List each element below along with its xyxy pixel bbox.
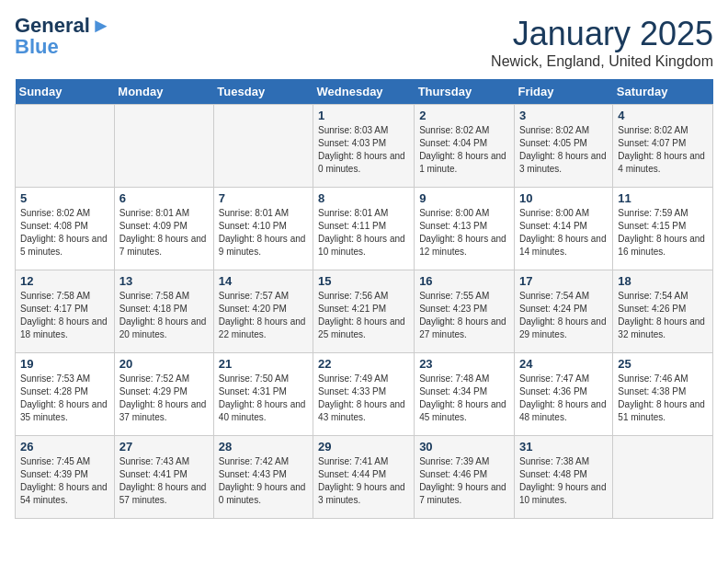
day-info: Sunrise: 7:59 AMSunset: 4:15 PMDaylight:… [618, 207, 708, 259]
calendar-day-cell: 26Sunrise: 7:45 AMSunset: 4:39 PMDayligh… [16, 436, 115, 519]
day-info: Sunrise: 7:55 AMSunset: 4:23 PMDaylight:… [419, 290, 509, 341]
day-number: 19 [20, 357, 109, 371]
logo-line2: Blue [15, 37, 59, 57]
page-header: General► Blue January 2025 Newick, Engla… [15, 15, 713, 70]
weekday-header: Tuesday [213, 79, 313, 105]
day-number: 11 [618, 191, 708, 205]
calendar-day-cell [114, 105, 213, 188]
day-info: Sunrise: 8:03 AMSunset: 4:03 PMDaylight:… [318, 124, 409, 176]
day-info: Sunrise: 7:39 AMSunset: 4:46 PMDaylight:… [419, 455, 509, 507]
day-info: Sunrise: 7:58 AMSunset: 4:18 PMDaylight:… [119, 290, 209, 341]
calendar-header: SundayMondayTuesdayWednesdayThursdayFrid… [16, 79, 713, 105]
day-info: Sunrise: 8:02 AMSunset: 4:07 PMDaylight:… [618, 124, 708, 176]
day-info: Sunrise: 8:00 AMSunset: 4:14 PMDaylight:… [519, 207, 608, 259]
day-number: 4 [618, 109, 708, 122]
calendar-day-cell [16, 105, 115, 188]
calendar-day-cell: 11Sunrise: 7:59 AMSunset: 4:15 PMDayligh… [613, 188, 713, 270]
calendar-day-cell: 28Sunrise: 7:42 AMSunset: 4:43 PMDayligh… [213, 436, 313, 519]
calendar-day-cell: 15Sunrise: 7:56 AMSunset: 4:21 PMDayligh… [313, 270, 415, 353]
day-number: 30 [419, 440, 509, 454]
day-info: Sunrise: 7:58 AMSunset: 4:17 PMDaylight:… [20, 290, 109, 341]
day-info: Sunrise: 7:38 AMSunset: 4:48 PMDaylight:… [519, 455, 608, 507]
day-info: Sunrise: 8:00 AMSunset: 4:13 PMDaylight:… [419, 207, 509, 259]
title-section: January 2025 Newick, England, United Kin… [491, 15, 713, 70]
weekday-row: SundayMondayTuesdayWednesdayThursdayFrid… [16, 79, 713, 105]
day-info: Sunrise: 8:01 AMSunset: 4:09 PMDaylight:… [119, 207, 209, 259]
calendar-day-cell: 18Sunrise: 7:54 AMSunset: 4:26 PMDayligh… [613, 270, 713, 353]
calendar-day-cell: 21Sunrise: 7:50 AMSunset: 4:31 PMDayligh… [213, 353, 313, 436]
day-info: Sunrise: 8:01 AMSunset: 4:10 PMDaylight:… [219, 207, 308, 259]
day-number: 7 [219, 191, 308, 205]
calendar-day-cell: 29Sunrise: 7:41 AMSunset: 4:44 PMDayligh… [313, 436, 415, 519]
day-number: 3 [519, 109, 608, 122]
day-number: 6 [119, 191, 209, 205]
calendar-day-cell [613, 436, 713, 519]
day-info: Sunrise: 7:42 AMSunset: 4:43 PMDaylight:… [219, 455, 308, 507]
day-number: 8 [318, 191, 409, 205]
weekday-header: Sunday [16, 79, 115, 105]
day-number: 22 [318, 357, 409, 371]
calendar-week-row: 1Sunrise: 8:03 AMSunset: 4:03 PMDaylight… [16, 105, 713, 188]
calendar-day-cell: 17Sunrise: 7:54 AMSunset: 4:24 PMDayligh… [514, 270, 612, 353]
day-number: 25 [618, 357, 708, 371]
day-info: Sunrise: 7:53 AMSunset: 4:28 PMDaylight:… [20, 373, 109, 424]
calendar-day-cell: 6Sunrise: 8:01 AMSunset: 4:09 PMDaylight… [114, 188, 213, 270]
calendar-day-cell: 16Sunrise: 7:55 AMSunset: 4:23 PMDayligh… [415, 270, 515, 353]
day-info: Sunrise: 8:02 AMSunset: 4:05 PMDaylight:… [519, 124, 608, 176]
day-info: Sunrise: 7:43 AMSunset: 4:41 PMDaylight:… [119, 455, 209, 507]
month-title: January 2025 [491, 15, 713, 53]
day-info: Sunrise: 8:02 AMSunset: 4:04 PMDaylight:… [419, 124, 509, 176]
calendar-day-cell: 12Sunrise: 7:58 AMSunset: 4:17 PMDayligh… [16, 270, 115, 353]
day-number: 20 [119, 357, 209, 371]
day-info: Sunrise: 8:02 AMSunset: 4:08 PMDaylight:… [20, 207, 109, 259]
day-number: 31 [519, 440, 608, 454]
day-number: 17 [519, 274, 608, 288]
day-info: Sunrise: 7:41 AMSunset: 4:44 PMDaylight:… [318, 455, 409, 507]
day-number: 29 [318, 440, 409, 454]
day-number: 27 [119, 440, 209, 454]
calendar-table: SundayMondayTuesdayWednesdayThursdayFrid… [15, 79, 713, 519]
calendar-day-cell: 10Sunrise: 8:00 AMSunset: 4:14 PMDayligh… [514, 188, 612, 270]
weekday-header: Saturday [613, 79, 713, 105]
weekday-header: Wednesday [313, 79, 415, 105]
weekday-header: Thursday [415, 79, 515, 105]
day-number: 14 [219, 274, 308, 288]
calendar-day-cell: 2Sunrise: 8:02 AMSunset: 4:04 PMDaylight… [415, 105, 515, 188]
day-number: 28 [219, 440, 308, 454]
location: Newick, England, United Kingdom [491, 53, 713, 70]
calendar-day-cell: 27Sunrise: 7:43 AMSunset: 4:41 PMDayligh… [114, 436, 213, 519]
day-number: 21 [219, 357, 308, 371]
day-number: 10 [519, 191, 608, 205]
day-number: 12 [20, 274, 109, 288]
day-number: 1 [318, 109, 409, 122]
day-info: Sunrise: 7:54 AMSunset: 4:26 PMDaylight:… [618, 290, 708, 341]
day-number: 16 [419, 274, 509, 288]
day-number: 2 [419, 109, 509, 122]
day-info: Sunrise: 7:52 AMSunset: 4:29 PMDaylight:… [119, 373, 209, 424]
day-info: Sunrise: 7:50 AMSunset: 4:31 PMDaylight:… [219, 373, 308, 424]
day-info: Sunrise: 7:49 AMSunset: 4:33 PMDaylight:… [318, 373, 409, 424]
calendar-day-cell: 22Sunrise: 7:49 AMSunset: 4:33 PMDayligh… [313, 353, 415, 436]
day-number: 24 [519, 357, 608, 371]
day-number: 18 [618, 274, 708, 288]
calendar-day-cell [213, 105, 313, 188]
calendar-day-cell: 20Sunrise: 7:52 AMSunset: 4:29 PMDayligh… [114, 353, 213, 436]
day-info: Sunrise: 7:47 AMSunset: 4:36 PMDaylight:… [519, 373, 608, 424]
day-info: Sunrise: 7:56 AMSunset: 4:21 PMDaylight:… [318, 290, 409, 341]
day-number: 13 [119, 274, 209, 288]
calendar-week-row: 12Sunrise: 7:58 AMSunset: 4:17 PMDayligh… [16, 270, 713, 353]
day-number: 26 [20, 440, 109, 454]
calendar-body: 1Sunrise: 8:03 AMSunset: 4:03 PMDaylight… [16, 105, 713, 519]
calendar-day-cell: 30Sunrise: 7:39 AMSunset: 4:46 PMDayligh… [415, 436, 515, 519]
calendar-day-cell: 19Sunrise: 7:53 AMSunset: 4:28 PMDayligh… [16, 353, 115, 436]
logo-text: General► [15, 15, 111, 37]
day-info: Sunrise: 8:01 AMSunset: 4:11 PMDaylight:… [318, 207, 409, 259]
day-info: Sunrise: 7:46 AMSunset: 4:38 PMDaylight:… [618, 373, 708, 424]
calendar-day-cell: 1Sunrise: 8:03 AMSunset: 4:03 PMDaylight… [313, 105, 415, 188]
calendar-day-cell: 14Sunrise: 7:57 AMSunset: 4:20 PMDayligh… [213, 270, 313, 353]
calendar-day-cell: 9Sunrise: 8:00 AMSunset: 4:13 PMDaylight… [415, 188, 515, 270]
calendar-day-cell: 8Sunrise: 8:01 AMSunset: 4:11 PMDaylight… [313, 188, 415, 270]
logo: General► Blue [15, 15, 111, 57]
calendar-day-cell: 23Sunrise: 7:48 AMSunset: 4:34 PMDayligh… [415, 353, 515, 436]
day-info: Sunrise: 7:48 AMSunset: 4:34 PMDaylight:… [419, 373, 509, 424]
